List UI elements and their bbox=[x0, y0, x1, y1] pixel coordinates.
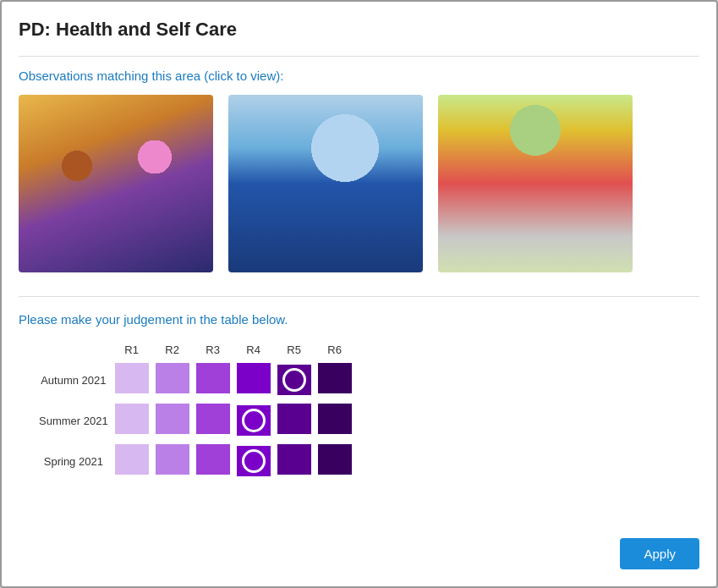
header-r3: R3 bbox=[193, 340, 233, 360]
apply-button[interactable]: Apply bbox=[620, 538, 699, 569]
cell-2-5[interactable] bbox=[315, 441, 355, 481]
header-empty bbox=[36, 340, 112, 360]
cell-0-0[interactable] bbox=[112, 360, 152, 400]
observations-label: Observations matching this area (click t… bbox=[19, 69, 699, 83]
cell-box-0-4[interactable] bbox=[277, 365, 311, 395]
row-label-0: Autumn 2021 bbox=[36, 360, 112, 400]
rating-table: R1 R2 R3 R4 R5 R6 Autumn 2021Summer 2021… bbox=[36, 340, 355, 481]
cell-0-5[interactable] bbox=[315, 360, 355, 400]
cell-box-0-2[interactable] bbox=[196, 363, 230, 393]
top-divider bbox=[19, 56, 699, 57]
table-header-row: R1 R2 R3 R4 R5 R6 bbox=[36, 340, 355, 360]
cell-2-1[interactable] bbox=[152, 441, 193, 481]
selected-indicator-2 bbox=[242, 449, 266, 473]
cell-box-2-3[interactable] bbox=[237, 446, 271, 476]
cell-2-0[interactable] bbox=[112, 441, 152, 481]
cell-box-1-4[interactable] bbox=[277, 404, 311, 434]
middle-divider bbox=[19, 296, 699, 297]
page-title: PD: Health and Self Care bbox=[19, 19, 699, 41]
photos-row bbox=[19, 95, 699, 272]
cell-box-1-1[interactable] bbox=[156, 404, 189, 434]
selected-indicator-0 bbox=[282, 368, 306, 392]
cell-box-1-0[interactable] bbox=[115, 404, 149, 434]
cell-box-1-3[interactable] bbox=[237, 405, 271, 436]
cell-box-2-0[interactable] bbox=[115, 444, 149, 475]
cell-box-0-5[interactable] bbox=[318, 363, 352, 393]
cell-box-1-5[interactable] bbox=[318, 404, 352, 434]
cell-2-2[interactable] bbox=[193, 441, 233, 481]
cell-0-4[interactable] bbox=[274, 360, 315, 400]
header-r2: R2 bbox=[152, 340, 193, 360]
photo-3[interactable] bbox=[438, 95, 633, 272]
cell-0-2[interactable] bbox=[193, 360, 233, 400]
cell-0-3[interactable] bbox=[233, 360, 274, 400]
table-row: Autumn 2021 bbox=[36, 360, 355, 400]
header-r5: R5 bbox=[274, 340, 315, 360]
cell-box-0-1[interactable] bbox=[156, 363, 189, 393]
cell-1-4[interactable] bbox=[274, 400, 315, 441]
cell-1-5[interactable] bbox=[315, 400, 355, 441]
table-row: Spring 2021 bbox=[36, 441, 355, 481]
header-r4: R4 bbox=[233, 340, 274, 360]
cell-2-3[interactable] bbox=[233, 441, 274, 481]
cell-2-4[interactable] bbox=[274, 441, 315, 481]
photo-2[interactable] bbox=[228, 95, 423, 272]
cell-box-2-2[interactable] bbox=[196, 444, 230, 475]
cell-box-2-5[interactable] bbox=[318, 444, 352, 475]
main-window: PD: Health and Self Care Observations ma… bbox=[0, 0, 718, 588]
row-label-1: Summer 2021 bbox=[36, 400, 112, 441]
cell-box-0-3[interactable] bbox=[237, 363, 271, 393]
header-r6: R6 bbox=[315, 340, 355, 360]
cell-box-0-0[interactable] bbox=[115, 363, 149, 393]
cell-1-1[interactable] bbox=[152, 400, 193, 441]
cell-box-1-2[interactable] bbox=[196, 404, 230, 434]
cell-box-2-4[interactable] bbox=[277, 444, 311, 475]
cell-0-1[interactable] bbox=[152, 360, 193, 400]
row-label-2: Spring 2021 bbox=[36, 441, 112, 481]
selected-indicator-1 bbox=[242, 409, 266, 432]
photo-1[interactable] bbox=[19, 95, 213, 272]
header-r1: R1 bbox=[112, 340, 152, 360]
cell-1-2[interactable] bbox=[193, 400, 233, 441]
cell-box-2-1[interactable] bbox=[156, 444, 189, 475]
cell-1-0[interactable] bbox=[112, 400, 152, 441]
judgement-label: Please make your judgement in the table … bbox=[19, 312, 699, 327]
rating-table-section: R1 R2 R3 R4 R5 R6 Autumn 2021Summer 2021… bbox=[19, 340, 699, 481]
table-row: Summer 2021 bbox=[36, 400, 355, 441]
cell-1-3[interactable] bbox=[233, 400, 274, 441]
